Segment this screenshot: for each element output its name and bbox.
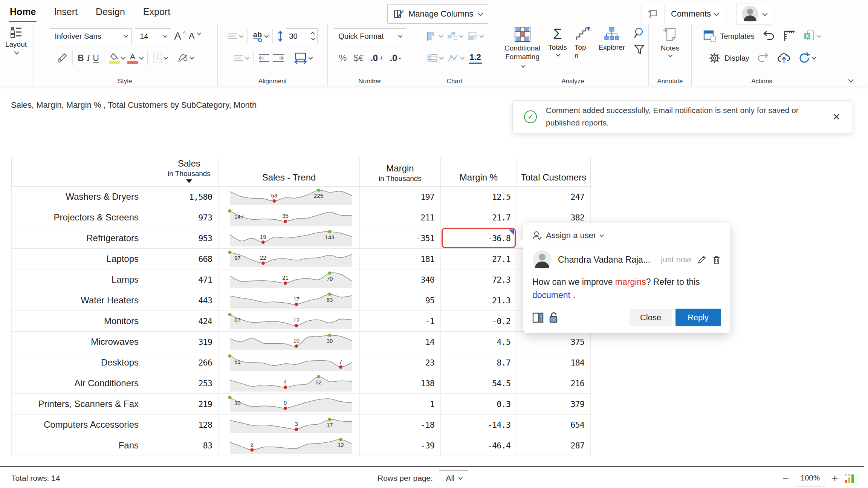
sales-value[interactable]: 1,580 [160, 187, 219, 207]
row-label[interactable]: Washers & Dryers [11, 187, 160, 207]
row-label[interactable]: Fans [11, 435, 160, 456]
publish-button[interactable] [777, 52, 791, 64]
close-button[interactable]: Close [630, 309, 672, 326]
zoom-level[interactable]: 100% [796, 470, 825, 486]
customers-value[interactable]: 379 [517, 394, 591, 414]
customers-value[interactable]: 287 [517, 435, 591, 456]
filter-icon[interactable] [634, 44, 645, 54]
customers-value[interactable]: 247 [517, 187, 591, 207]
row-label[interactable]: Laptops [11, 249, 160, 269]
explorer-button[interactable]: Explorer [594, 26, 629, 52]
row-label[interactable]: Lamps [11, 269, 160, 290]
panel-view-icon[interactable] [532, 312, 544, 323]
bar-chart-button[interactable] [427, 31, 442, 41]
margin-pct-value[interactable]: 21.7 [441, 207, 517, 228]
header-margin-pct[interactable]: Margin % [441, 158, 517, 186]
wrap-text-button[interactable]: ab [252, 31, 267, 42]
conditional-formatting-button[interactable]: ConditionalFormatting [500, 26, 544, 70]
margin-value[interactable]: 138 [360, 373, 441, 393]
margin-pct-value[interactable]: -0.2 [441, 311, 517, 331]
increase-decimal-button[interactable]: .0+ [370, 53, 383, 63]
comments-button[interactable]: Comments [642, 4, 724, 24]
sales-value[interactable]: 668 [160, 249, 219, 269]
top-n-button[interactable]: Top n [571, 26, 594, 60]
sparkline-button[interactable] [448, 54, 463, 63]
font-name-select[interactable]: Inforiver Sans [50, 28, 132, 44]
row-label[interactable]: Printers, Scanners & Fax [11, 394, 160, 414]
horizontal-align-button[interactable] [234, 55, 248, 61]
row-height-stepper[interactable]: 30 [286, 28, 318, 44]
delete-comment-icon[interactable] [712, 255, 721, 265]
row-label[interactable]: Computers Accessories [11, 415, 160, 435]
margin-value[interactable]: 197 [360, 187, 441, 207]
row-label[interactable]: Air Conditioners [11, 373, 160, 393]
format-painter-button[interactable] [57, 53, 67, 63]
tab-insert[interactable]: Insert [54, 6, 78, 17]
tab-home[interactable]: Home [10, 6, 36, 17]
row-label[interactable]: Microwaves [11, 332, 160, 352]
notes-button[interactable]: Notes [657, 26, 683, 57]
italic-button[interactable]: I [87, 53, 90, 63]
row-label[interactable]: Refrigerators [11, 228, 160, 248]
sales-value[interactable]: 471 [160, 269, 219, 290]
margin-pct-value[interactable]: -14.3 [441, 415, 517, 435]
waterfall-chart-button[interactable] [447, 31, 462, 41]
margin-value[interactable]: -351 [360, 228, 441, 248]
margin-value[interactable]: 23 [360, 352, 441, 373]
borders-button[interactable] [153, 53, 167, 63]
margin-value[interactable]: 181 [360, 249, 441, 269]
account-menu[interactable] [737, 3, 771, 25]
totals-button[interactable]: Σ Totals [544, 26, 571, 57]
rows-per-page-select[interactable]: All [439, 470, 468, 486]
font-color-button[interactable]: A [127, 52, 142, 64]
percent-format-button[interactable]: % [339, 53, 347, 63]
margin-value[interactable]: 1 [360, 394, 441, 414]
row-label[interactable]: Monitors [11, 311, 160, 331]
bold-button[interactable]: B [78, 53, 84, 63]
ruler-button[interactable] [782, 31, 795, 42]
customers-value[interactable]: 654 [517, 415, 591, 435]
margin-value[interactable]: -18 [360, 415, 441, 435]
margin-pct-value[interactable]: 8.7 [441, 352, 517, 373]
comment-flag-icon[interactable] [509, 229, 514, 235]
sales-value[interactable]: 253 [160, 373, 219, 393]
underline-button[interactable]: U [93, 53, 99, 63]
tab-design[interactable]: Design [96, 6, 125, 17]
margin-pct-value[interactable]: 21.3 [441, 290, 517, 311]
decrease-font-button[interactable]: A [189, 31, 200, 41]
header-total-customers[interactable]: Total Customers [517, 158, 591, 186]
increase-indent-button[interactable] [273, 54, 284, 62]
margin-value[interactable]: 14 [360, 332, 441, 352]
sales-value[interactable]: 973 [160, 207, 219, 228]
margin-pct-value[interactable]: -36.8 [441, 228, 517, 248]
display-button[interactable]: Display [709, 52, 749, 64]
decrease-indent-button[interactable] [258, 54, 270, 62]
sales-value[interactable]: 128 [160, 415, 219, 435]
increase-font-button[interactable]: A^ [174, 30, 186, 42]
margin-pct-value[interactable]: 27.1 [441, 249, 517, 269]
sales-value[interactable]: 424 [160, 311, 219, 331]
customers-value[interactable]: 216 [517, 373, 591, 393]
row-label[interactable]: Desktops [11, 352, 160, 373]
sales-value[interactable]: 266 [160, 352, 219, 373]
undo-button[interactable] [762, 31, 775, 42]
sales-value[interactable]: 219 [160, 394, 219, 414]
assign-user-dropdown[interactable]: Assign a user [532, 231, 603, 243]
redo-button[interactable] [757, 52, 770, 64]
margin-value[interactable]: -1 [360, 311, 441, 331]
row-label[interactable]: Projectors & Screens [11, 207, 160, 228]
fill-color-button[interactable] [109, 53, 124, 64]
vertical-align-button[interactable] [228, 33, 242, 40]
manage-columns-button[interactable]: Manage Columns [387, 4, 488, 24]
margin-value[interactable]: -39 [360, 435, 441, 456]
row-label[interactable]: Water Heaters [11, 290, 160, 311]
customers-value[interactable]: 184 [517, 352, 591, 373]
margin-value[interactable]: 95 [360, 290, 441, 311]
header-sales-trend[interactable]: Sales - Trend [219, 158, 360, 186]
margin-pct-value[interactable]: 4.5 [441, 332, 517, 352]
margin-value[interactable]: 211 [360, 207, 441, 228]
margin-pct-value[interactable]: 72.3 [441, 269, 517, 290]
templates-button[interactable]: Templates [703, 30, 754, 42]
margin-pct-value[interactable]: -46.4 [441, 435, 517, 456]
edit-comment-icon[interactable] [697, 255, 706, 264]
